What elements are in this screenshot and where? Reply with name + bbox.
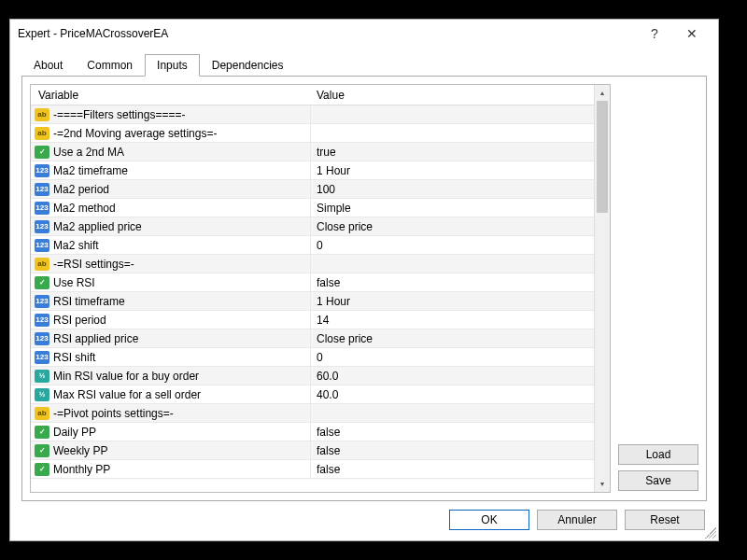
variable-cell: ✓Use a 2nd MA [31, 143, 311, 161]
scroll-down-arrow-icon[interactable]: ▾ [595, 476, 610, 492]
input-row[interactable]: ½Min RSI value for a buy order60.0 [31, 367, 594, 385]
ok-button[interactable]: OK [449, 510, 529, 530]
int-type-icon: 123 [35, 220, 49, 233]
load-button[interactable]: Load [618, 444, 698, 465]
input-row[interactable]: 123Ma2 shift0 [31, 236, 594, 255]
value-cell[interactable]: false [311, 463, 594, 476]
variable-label: -=2nd Moving average settings=- [53, 127, 217, 140]
input-row[interactable]: ✓Use a 2nd MAtrue [31, 143, 594, 161]
tab-about[interactable]: About [21, 54, 75, 77]
variable-label: Use a 2nd MA [53, 146, 124, 159]
variable-label: Ma2 timeframe [53, 164, 128, 177]
input-row[interactable]: ✓Monthly PPfalse [31, 460, 594, 479]
variable-cell: ab-=2nd Moving average settings=- [31, 124, 311, 142]
variable-cell: ab-=Pivot points settings=- [31, 404, 311, 422]
variable-label: Daily PP [53, 426, 96, 439]
value-cell[interactable]: 14 [311, 314, 594, 327]
input-row[interactable]: ab-=RSI settings=- [31, 255, 594, 273]
bool-type-icon: ✓ [35, 444, 49, 457]
input-row[interactable]: ✓Daily PPfalse [31, 423, 594, 441]
value-cell[interactable]: 100 [311, 183, 594, 196]
input-row[interactable]: 123RSI shift0 [31, 348, 594, 367]
int-type-icon: 123 [35, 239, 49, 252]
value-cell[interactable]: false [311, 426, 594, 439]
scroll-thumb[interactable] [597, 101, 608, 213]
value-cell[interactable]: 40.0 [311, 388, 594, 401]
inputs-grid: Variable Value ab-====Filters settings==… [30, 84, 611, 493]
ab-type-icon: ab [35, 108, 49, 121]
input-row[interactable]: 123Ma2 methodSimple [31, 199, 594, 217]
side-buttons: Load Save [618, 84, 698, 493]
variable-cell: 123RSI period [31, 311, 311, 329]
help-button[interactable]: ? [636, 21, 673, 47]
ab-type-icon: ab [35, 127, 49, 140]
tab-inputs[interactable]: Inputs [145, 54, 200, 77]
value-cell[interactable]: false [311, 276, 594, 289]
value-cell[interactable]: 1 Hour [311, 295, 594, 308]
cancel-button[interactable]: Annuler [537, 510, 617, 530]
column-variable[interactable]: Variable [31, 89, 311, 102]
ab-type-icon: ab [35, 258, 49, 271]
input-row[interactable]: 123Ma2 timeframe1 Hour [31, 161, 594, 180]
input-row[interactable]: ab-====Filters settings====- [31, 105, 594, 124]
input-row[interactable]: 123RSI period14 [31, 311, 594, 329]
scroll-up-arrow-icon[interactable]: ▴ [595, 85, 610, 101]
variable-label: Weekly PP [53, 444, 107, 457]
tab-strip: About Common Inputs Dependencies [10, 48, 718, 76]
int-type-icon: 123 [35, 314, 49, 327]
float-type-icon: ½ [35, 370, 49, 383]
variable-cell: ½Max RSI value for a sell order [31, 385, 311, 403]
close-icon: ✕ [686, 26, 698, 41]
resize-grip-icon[interactable] [705, 527, 716, 539]
variable-label: Ma2 shift [53, 239, 99, 252]
variable-label: RSI applied price [53, 332, 138, 345]
column-value[interactable]: Value [311, 89, 594, 102]
value-cell[interactable]: Close price [311, 220, 594, 233]
save-button[interactable]: Save [618, 470, 698, 491]
value-cell[interactable]: true [311, 146, 594, 159]
int-type-icon: 123 [35, 351, 49, 364]
tab-dependencies[interactable]: Dependencies [200, 54, 296, 77]
input-row[interactable]: 123Ma2 applied priceClose price [31, 217, 594, 236]
input-row[interactable]: ✓Weekly PPfalse [31, 441, 594, 460]
value-cell[interactable]: false [311, 444, 594, 457]
input-row[interactable]: ✓Use RSIfalse [31, 273, 594, 292]
input-row[interactable]: 123RSI timeframe1 Hour [31, 292, 594, 311]
vertical-scrollbar[interactable]: ▴ ▾ [594, 85, 610, 492]
ab-type-icon: ab [35, 407, 49, 420]
close-button[interactable]: ✕ [673, 21, 711, 47]
value-cell[interactable]: 0 [311, 239, 594, 252]
variable-label: RSI period [53, 314, 106, 327]
value-cell[interactable]: 0 [311, 351, 594, 364]
bool-type-icon: ✓ [35, 426, 49, 439]
value-cell[interactable]: 1 Hour [311, 164, 594, 177]
input-row[interactable]: ab-=Pivot points settings=- [31, 404, 594, 423]
value-cell[interactable]: Simple [311, 202, 594, 215]
variable-label: Ma2 applied price [53, 220, 142, 233]
expert-properties-dialog: Expert - PriceMACrossoverEA ? ✕ About Co… [9, 19, 719, 541]
variable-cell: ✓Weekly PP [31, 441, 311, 459]
variable-cell: 123RSI shift [31, 348, 311, 366]
window-title: Expert - PriceMACrossoverEA [18, 27, 636, 40]
titlebar: Expert - PriceMACrossoverEA ? ✕ [10, 20, 718, 48]
variable-label: Ma2 method [53, 202, 116, 215]
int-type-icon: 123 [35, 183, 49, 196]
dialog-footer: OK Annuler Reset [10, 507, 718, 540]
input-row[interactable]: ½Max RSI value for a sell order40.0 [31, 385, 594, 404]
variable-cell: 123RSI timeframe [31, 292, 311, 310]
variable-cell: 123Ma2 shift [31, 236, 311, 254]
variable-cell: ½Min RSI value for a buy order [31, 367, 311, 385]
tab-common[interactable]: Common [75, 54, 145, 77]
variable-cell: ab-====Filters settings====- [31, 105, 311, 123]
input-row[interactable]: ab-=2nd Moving average settings=- [31, 124, 594, 143]
input-row[interactable]: 123RSI applied priceClose price [31, 329, 594, 348]
value-cell[interactable]: Close price [311, 332, 594, 345]
variable-label: -====Filters settings====- [53, 108, 185, 121]
value-cell[interactable]: 60.0 [311, 370, 594, 383]
variable-cell: 123Ma2 applied price [31, 217, 311, 235]
input-row[interactable]: 123Ma2 period100 [31, 180, 594, 199]
variable-label: Ma2 period [53, 183, 109, 196]
scroll-track[interactable] [595, 101, 610, 476]
reset-button[interactable]: Reset [625, 510, 705, 530]
variable-cell: ab-=RSI settings=- [31, 255, 311, 273]
